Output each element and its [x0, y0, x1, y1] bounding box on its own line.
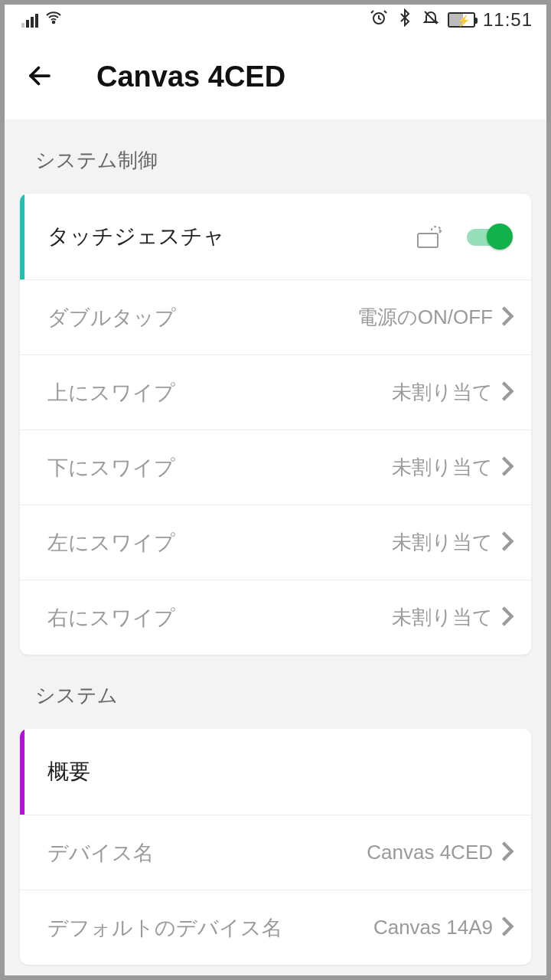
card-system: 概要 デバイス名 Canvas 4CED デフォルトのデバイス名 Canvas … [20, 729, 531, 965]
wifi-icon [44, 8, 63, 31]
page-title: Canvas 4CED [96, 60, 285, 93]
section-label-system: システム [5, 655, 546, 729]
row-label: 左にスワイプ [47, 529, 392, 557]
row-default-device-name[interactable]: デフォルトのデバイス名 Canvas 14A9 [20, 890, 531, 965]
row-value: Canvas 4CED [367, 841, 493, 864]
status-left [21, 8, 63, 31]
row-label: 上にスワイプ [47, 379, 392, 407]
row-swipe-down[interactable]: 下にスワイプ 未割り当て [20, 430, 531, 505]
row-label: デバイス名 [47, 839, 367, 867]
touch-gesture-label: タッチジェスチャ [47, 222, 416, 251]
row-label: デフォルトのデバイス名 [47, 914, 373, 942]
alarm-icon [370, 8, 388, 31]
card-system-control: タッチジェスチャ ダブルタップ 電源のON/OFF 上にスワイプ 未割り当て 下… [20, 194, 531, 655]
row-value: 未割り当て [392, 604, 493, 631]
gesture-icon [416, 224, 445, 249]
chevron-right-icon [500, 606, 514, 630]
row-swipe-right[interactable]: 右にスワイプ 未割り当て [20, 580, 531, 655]
row-overview[interactable]: 概要 [20, 729, 531, 815]
chevron-right-icon [500, 531, 514, 555]
row-value: 未割り当て [392, 529, 493, 556]
battery-icon: ⚡ [448, 12, 475, 28]
row-swipe-left[interactable]: 左にスワイプ 未割り当て [20, 505, 531, 580]
bluetooth-icon [396, 8, 414, 31]
row-value: 電源のON/OFF [357, 304, 493, 331]
row-touch-gesture[interactable]: タッチジェスチャ [20, 194, 531, 279]
overview-label: 概要 [47, 757, 511, 786]
back-button[interactable] [26, 62, 54, 93]
row-swipe-up[interactable]: 上にスワイプ 未割り当て [20, 354, 531, 430]
bell-off-icon [422, 8, 440, 31]
row-double-tap[interactable]: ダブルタップ 電源のON/OFF [20, 279, 531, 354]
row-device-name[interactable]: デバイス名 Canvas 4CED [20, 815, 531, 890]
status-bar: ⚡ 11:51 [5, 5, 546, 35]
status-right: ⚡ 11:51 [370, 8, 533, 31]
row-label: 下にスワイプ [47, 454, 392, 482]
touch-gesture-toggle[interactable] [467, 224, 511, 249]
row-label: 右にスワイプ [47, 604, 392, 632]
row-label: ダブルタップ [47, 304, 357, 332]
svg-rect-2 [418, 234, 438, 247]
clock: 11:51 [483, 9, 533, 31]
signal-icon [21, 12, 38, 28]
content: システム制御 タッチジェスチャ ダブルタップ 電源のON/OFF 上にスワイプ … [5, 119, 546, 975]
chevron-right-icon [500, 381, 514, 405]
svg-point-0 [53, 21, 55, 24]
app-header: Canvas 4CED [5, 35, 546, 119]
row-value: 未割り当て [392, 454, 493, 481]
chevron-right-icon [500, 916, 514, 940]
chevron-right-icon [500, 305, 514, 330]
row-value: Canvas 14A9 [373, 916, 493, 939]
chevron-right-icon [500, 841, 514, 865]
chevron-right-icon [500, 456, 514, 480]
row-value: 未割り当て [392, 379, 493, 406]
section-label-system-control: システム制御 [5, 119, 546, 194]
